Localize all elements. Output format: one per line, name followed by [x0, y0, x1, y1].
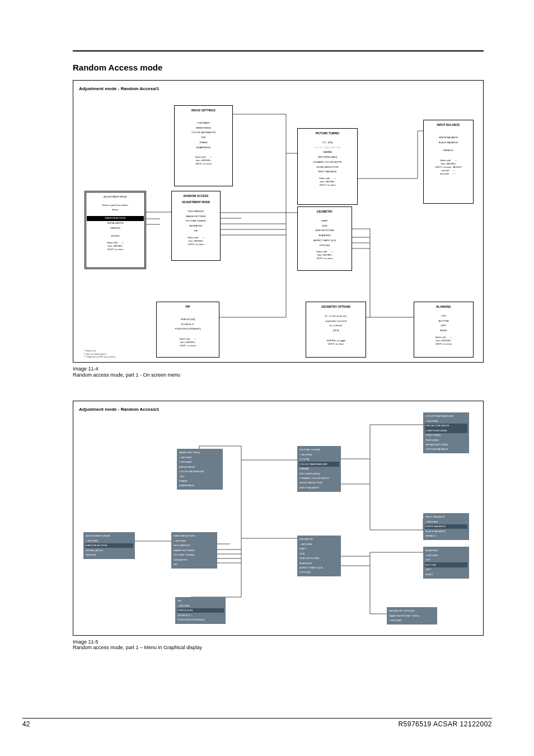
row: WHITE BALANCE — [425, 135, 472, 140]
row: PICTURE TUNING — [174, 553, 215, 557]
row: [YES] — [307, 328, 364, 334]
hdr: ADJUSTMENT MODE — [86, 534, 133, 538]
row: SIDE KEYSTONE — [299, 556, 339, 561]
row: ASPECT RATIO [4:3] — [299, 566, 339, 570]
row: COLOR SATURATION — [176, 130, 231, 135]
row: INPUT BALANCE — [299, 485, 339, 490]
row: SAME KEYSTONE ? [YES] — [389, 613, 435, 618]
row: BLANKING — [299, 561, 339, 565]
dbox-geometry-options: GEOMETRY OPTIONS SAME KEYSTONE ? [YES] <… — [387, 607, 437, 624]
box-picture-tuning: PICTURE TUNING CTI : [ON] COLOR TEMPERAT… — [297, 128, 358, 205]
row: SHARPNESS — [176, 145, 231, 151]
row: SERVICE — [86, 226, 144, 231]
row: < RETURN — [425, 553, 467, 557]
row: TINT — [179, 474, 221, 478]
dbox-image-settings: IMAGE SETTINGS < RETURN CONTRAST BRIGHTN… — [177, 449, 223, 490]
dbox-adjustment-mode: ADJUSTMENT MODE < RETURN RANDOM ACCESS I… — [83, 532, 135, 559]
row: GEOMETRY — [174, 557, 215, 562]
row: < RETURN — [86, 538, 133, 543]
hdr: PIP — [158, 304, 218, 309]
hdr: INPUT BALANCE — [425, 123, 472, 127]
row: BLACK BALANCE — [425, 529, 467, 533]
row: < RETURN — [179, 455, 221, 459]
box-random-access: RANDOM ACCESS ADJUSTMENT MODE FILE SERVI… — [171, 191, 221, 261]
row: GAMMA — [299, 467, 339, 471]
row-selected: RANDOM ACCESS — [85, 543, 133, 548]
dbox-input-balance: INPUT BALANCE < RETURN WHITE BALANCE BLA… — [423, 513, 469, 540]
row: < RETURN — [389, 618, 435, 623]
row: RCVDS — [86, 234, 144, 239]
row-selected: BOTTOM — [425, 562, 467, 567]
hdr: IMAGE SETTINGS — [176, 108, 231, 112]
box-input-balance: INPUT BALANCE WHITE BALANCE BLACK BALANC… — [423, 120, 474, 204]
row: CONTRAST — [176, 121, 231, 126]
row: FILE SERVICE — [173, 209, 219, 214]
row: separately corrected — [307, 319, 364, 324]
hdr: PICTURE TUNING — [299, 448, 339, 452]
row: DYNAMIC COLOR DEPTH — [299, 160, 356, 165]
box-adjustment-mode: ADJUSTMENT MODE Select a path from below… — [85, 191, 146, 269]
box-pip: PIP STATUS [ON] SOURCE 3 * POSITION [TOP… — [156, 302, 219, 358]
row: SIZE — [299, 551, 339, 556]
hdr: PICTURE TUNING — [299, 131, 356, 135]
row: PHASE — [179, 479, 221, 483]
doc-id: R5976519 ACSAR 12122002 — [398, 720, 492, 728]
row: < RETURN — [299, 542, 339, 546]
row: PIP — [173, 229, 219, 234]
row: CTI [ON] — [299, 457, 339, 462]
row: SIDE KEYSTONE — [299, 228, 350, 233]
hdr: INPUT BALANCE — [425, 515, 467, 519]
row: RIGHT — [415, 328, 472, 334]
hdr: IMAGE SETTINGS — [179, 450, 221, 455]
panel-title-1: Adjustment mode - Random Access/1 — [79, 86, 159, 91]
hdr: RANDOM ACCESS — [173, 194, 219, 198]
footnotes: * Grayed out: ** Note on dependence *** … — [83, 349, 115, 359]
row: BOTTOM — [415, 319, 472, 324]
row: BROADCAST 3200K — [425, 443, 467, 447]
hdr: BLANKING — [415, 304, 472, 309]
row: FILE SERVICE — [174, 543, 215, 548]
dbox-geometry: GEOMETRY < RETURN SHIFT SIZE SIDE KEYSTO… — [297, 536, 341, 577]
row: RIGHT — [425, 572, 467, 576]
row: PHASE — [176, 140, 231, 145]
caption-2: Image 11-5 Random access mode, part 1 – … — [73, 639, 484, 651]
row: @ : on the same arm — [307, 314, 364, 319]
row: SHIFT — [299, 219, 350, 224]
row: CTI : [ON] — [299, 140, 356, 145]
row: < RETURN — [425, 419, 467, 423]
dbox-blanking: BLANKING < RETURN TOP BOTTOM LEFT RIGHT — [423, 547, 469, 579]
dbox-random-access: RANDOM ACCESS < RETURN FILE SERVICE IMAG… — [171, 532, 217, 569]
row: SERVICE — [86, 553, 133, 557]
box-image-settings: IMAGE SETTINGS CONTRAST BRIGHTNESS COLOR… — [174, 105, 233, 186]
row: PIP — [174, 562, 215, 567]
row-selected: WHITE BALANCE — [425, 524, 467, 529]
row: BLACK BALANCE — [425, 140, 472, 145]
row: LEFT — [425, 567, 467, 572]
row: COLOR SATURATION — [179, 469, 221, 474]
caption-1: Image 11-4 Random access mode, part 1 - … — [73, 366, 484, 378]
row: BRIGHTNESS — [179, 464, 221, 469]
row: SOURCE 3 * — [158, 322, 218, 327]
page-number: 42 — [22, 720, 30, 728]
row: POSITION [TOP/RIGHT] — [177, 618, 223, 622]
row: < RETURN — [174, 538, 215, 543]
hdr: ADJUSTMENT MODE — [173, 200, 219, 204]
row: NOISE REDUCTION — [299, 481, 339, 485]
row: TOP — [425, 558, 467, 562]
row: INSTALLATION — [86, 548, 133, 552]
section-title: Random Access mode — [73, 63, 484, 72]
diagram-2: Adjustment mode - Random Access/1 — [73, 401, 484, 636]
row: INPUT BALANCE — [299, 170, 356, 175]
box-geometry: GEOMETRY SHIFT SIZE SIDE KEYSTONE BLANKI… — [297, 206, 352, 271]
row-selected: RANDOM ACCESS — [87, 216, 144, 221]
row: OPTIONS — [299, 570, 339, 575]
row-selected: COLOR TEMPERATURE — [299, 462, 339, 466]
diagram-1: Adjustment mode - Random Access/1 — [73, 80, 484, 363]
row: < RETURN — [299, 452, 339, 457]
hdr: BLANKING — [425, 548, 467, 553]
row: DEFAULT — [425, 534, 467, 538]
hdr: GEOMETRY — [299, 537, 339, 542]
row: for a default — [307, 323, 364, 328]
row-selected: PROJECTOR WHITE — [425, 424, 467, 428]
row: SIZE — [299, 224, 350, 229]
